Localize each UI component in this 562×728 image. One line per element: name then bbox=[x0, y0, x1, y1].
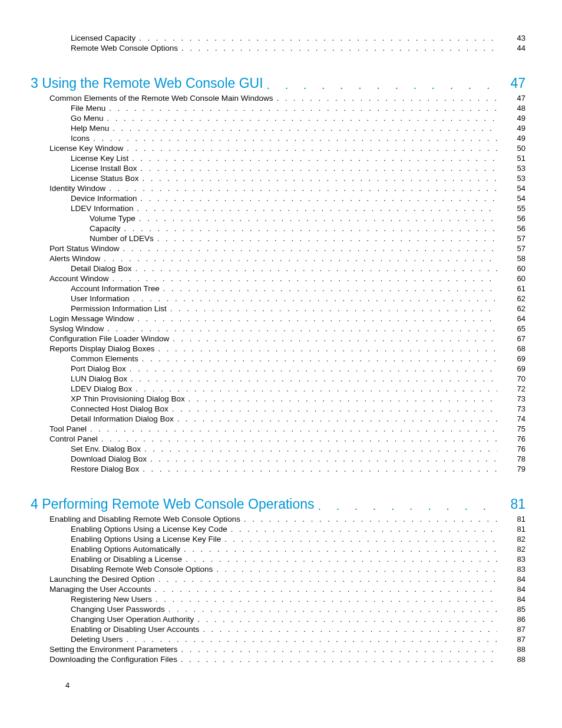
toc-entry-row[interactable]: Licensed Capacity. . . . . . . . . . . .… bbox=[31, 34, 525, 44]
toc-entry-row[interactable]: Downloading the Configuration Files. . .… bbox=[31, 655, 525, 666]
toc-label: Help Menu bbox=[71, 124, 109, 133]
toc-label: Capacity bbox=[90, 225, 121, 233]
toc-entry-row[interactable]: Account Information Tree. . . . . . . . … bbox=[31, 285, 525, 295]
toc-entry-row[interactable]: Changing User Operation Authority. . . .… bbox=[31, 615, 525, 625]
toc-leader: . . . . . . . . . . . . . . . . . . . . … bbox=[109, 275, 497, 282]
toc-entry-row[interactable]: Restore Dialog Box. . . . . . . . . . . … bbox=[31, 465, 525, 475]
toc-leader: . . . . . . . . . . . . . . . . . . . . … bbox=[121, 225, 497, 232]
toc-entry-row[interactable]: Detail Information Dialog Box. . . . . .… bbox=[31, 415, 525, 425]
toc-label: 3 Using the Remote Web Console GUI bbox=[31, 77, 263, 90]
toc-entry-row[interactable]: Connected Host Dialog Box. . . . . . . .… bbox=[31, 405, 525, 415]
toc-chapter-row[interactable]: 3 Using the Remote Web Console GUI. . . … bbox=[31, 77, 525, 92]
toc-entry-row[interactable]: Capacity. . . . . . . . . . . . . . . . … bbox=[31, 225, 525, 235]
toc-page-number: 87 bbox=[497, 625, 525, 633]
toc-chapter-row[interactable]: 4 Performing Remote Web Console Operatio… bbox=[31, 498, 525, 513]
toc-entry-row[interactable]: File Menu. . . . . . . . . . . . . . . .… bbox=[31, 104, 525, 114]
toc-entry-row[interactable]: Set Env. Dialog Box. . . . . . . . . . .… bbox=[31, 445, 525, 455]
toc-entry-row[interactable]: Alerts Window. . . . . . . . . . . . . .… bbox=[31, 255, 525, 265]
toc-label: Port Status Window bbox=[49, 245, 120, 253]
page-number-footer: 4 bbox=[65, 681, 70, 690]
toc-entry-row[interactable]: License Key List. . . . . . . . . . . . … bbox=[31, 154, 525, 164]
toc-page-number: 84 bbox=[497, 585, 525, 593]
toc-label: Syslog Window bbox=[49, 325, 104, 333]
toc-page-number: 54 bbox=[497, 185, 525, 192]
toc-entry-row[interactable]: Changing User Passwords. . . . . . . . .… bbox=[31, 605, 525, 615]
toc-entry-row[interactable]: Common Elements. . . . . . . . . . . . .… bbox=[31, 355, 525, 365]
toc-label: Permission Information List bbox=[71, 305, 167, 313]
toc-entry-row[interactable]: Enabling or Disabling a License. . . . .… bbox=[31, 555, 525, 565]
toc-leader: . . . . . . . . . . . . . . . . . . . . … bbox=[137, 195, 497, 202]
toc-entry-row[interactable]: Enabling or Disabling User Accounts. . .… bbox=[31, 625, 525, 635]
toc-label: Identity Window bbox=[49, 185, 105, 193]
toc-page-number: 62 bbox=[497, 305, 525, 312]
toc-page-number: 53 bbox=[497, 174, 525, 182]
toc-label: License Status Box bbox=[71, 174, 139, 183]
toc-leader: . . . . . . . . . . . . . . . . . . . . … bbox=[141, 445, 497, 453]
toc-entry-row[interactable]: Permission Information List. . . . . . .… bbox=[31, 305, 525, 315]
toc-label: Control Panel bbox=[49, 435, 98, 443]
toc-label: License Install Box bbox=[71, 164, 137, 173]
toc-page-number: 81 bbox=[497, 515, 525, 523]
toc-entry-row[interactable]: Enabling Options Automatically. . . . . … bbox=[31, 545, 525, 555]
toc-entry-row[interactable]: LDEV Information. . . . . . . . . . . . … bbox=[31, 205, 525, 215]
toc-entry-row[interactable]: Launching the Desired Option. . . . . . … bbox=[31, 575, 525, 585]
toc-page-number: 87 bbox=[497, 635, 525, 643]
toc-entry-row[interactable]: Identity Window. . . . . . . . . . . . .… bbox=[31, 185, 525, 195]
toc-entry-row[interactable]: Go Menu. . . . . . . . . . . . . . . . .… bbox=[31, 114, 525, 124]
toc-entry-row[interactable]: Syslog Window. . . . . . . . . . . . . .… bbox=[31, 325, 525, 335]
toc-entry-row[interactable]: Icons. . . . . . . . . . . . . . . . . .… bbox=[31, 134, 525, 144]
toc-entry-row[interactable]: Setting the Environment Parameters. . . … bbox=[31, 645, 525, 655]
toc-page-number: 74 bbox=[497, 415, 525, 423]
toc-entry-row[interactable]: Disabling Remote Web Console Options. . … bbox=[31, 565, 525, 575]
toc-label: LUN Dialog Box bbox=[71, 375, 127, 383]
toc-entry-row[interactable]: Remote Web Console Options. . . . . . . … bbox=[31, 44, 525, 54]
toc-leader: . . . . . . . . . . . . . . . . . . . . … bbox=[105, 104, 497, 112]
toc-leader: . . . . . . . . . . . . . . . . . . . . … bbox=[152, 595, 497, 603]
toc-label: Enabling Options Automatically bbox=[71, 545, 180, 554]
toc-entry-row[interactable]: Detail Dialog Box. . . . . . . . . . . .… bbox=[31, 265, 525, 275]
toc-leader: . . . . . . . . . . . . . . . . . . . . … bbox=[139, 465, 497, 473]
toc-entry-row[interactable]: Port Status Window. . . . . . . . . . . … bbox=[31, 245, 525, 255]
toc-entry-row[interactable]: XP Thin Provisioning Dialog Box. . . . .… bbox=[31, 395, 525, 405]
toc-entry-row[interactable]: Port Dialog Box. . . . . . . . . . . . .… bbox=[31, 365, 525, 375]
toc-entry-row[interactable]: Enabling Options Using a License Key Cod… bbox=[31, 525, 525, 535]
toc-entry-row[interactable]: Number of LDEVs. . . . . . . . . . . . .… bbox=[31, 235, 525, 245]
toc-entry-row[interactable]: License Install Box. . . . . . . . . . .… bbox=[31, 164, 525, 174]
toc-label: Account Window bbox=[49, 275, 109, 283]
toc-entry-row[interactable]: Managing the User Accounts. . . . . . . … bbox=[31, 585, 525, 595]
toc-page-number: 60 bbox=[497, 275, 525, 282]
toc-entry-row[interactable]: LDEV Dialog Box. . . . . . . . . . . . .… bbox=[31, 385, 525, 395]
toc-entry-row[interactable]: Configuration File Loader Window. . . . … bbox=[31, 335, 525, 345]
toc-label: LDEV Information bbox=[71, 205, 134, 213]
toc-leader: . . . . . . . . . . . . . . . . . . . . … bbox=[169, 335, 497, 342]
toc-page-number: 64 bbox=[497, 315, 525, 322]
toc-entry-row[interactable]: Tool Panel. . . . . . . . . . . . . . . … bbox=[31, 425, 525, 435]
toc-page-number: 88 bbox=[497, 645, 525, 653]
toc-entry-row[interactable]: Download Dialog Box. . . . . . . . . . .… bbox=[31, 455, 525, 465]
toc-entry-row[interactable]: License Status Box. . . . . . . . . . . … bbox=[31, 174, 525, 185]
toc-label: Go Menu bbox=[71, 114, 104, 123]
toc-entry-row[interactable]: Help Menu. . . . . . . . . . . . . . . .… bbox=[31, 124, 525, 134]
toc-entry-row[interactable]: Enabling and Disabling Remote Web Consol… bbox=[31, 515, 525, 525]
toc-entry-row[interactable]: Deleting Users. . . . . . . . . . . . . … bbox=[31, 635, 525, 645]
toc-page-number: 70 bbox=[497, 375, 525, 383]
toc-page-number: 88 bbox=[497, 655, 525, 663]
toc-entry-row[interactable]: Registering New Users. . . . . . . . . .… bbox=[31, 595, 525, 605]
toc-entry-row[interactable]: LUN Dialog Box. . . . . . . . . . . . . … bbox=[31, 375, 525, 385]
toc-entry-row[interactable]: Login Message Window. . . . . . . . . . … bbox=[31, 315, 525, 325]
toc-leader: . . . . . . . . . . . . . . . . . . . . … bbox=[147, 455, 497, 463]
toc-page-number: 48 bbox=[497, 104, 525, 112]
toc-entry-row[interactable]: User Information. . . . . . . . . . . . … bbox=[31, 295, 525, 305]
toc-entry-row[interactable]: Volume Type. . . . . . . . . . . . . . .… bbox=[31, 215, 525, 225]
toc-entry-row[interactable]: Control Panel. . . . . . . . . . . . . .… bbox=[31, 435, 525, 445]
toc-entry-row[interactable]: License Key Window. . . . . . . . . . . … bbox=[31, 144, 525, 154]
toc-leader: . . . . . . . . . . . . . . . . . . . . … bbox=[182, 555, 497, 563]
toc-label: Enabling Options Using a License Key Fil… bbox=[71, 535, 221, 543]
toc-page-number: 54 bbox=[497, 195, 525, 202]
toc-entry-row[interactable]: Account Window. . . . . . . . . . . . . … bbox=[31, 275, 525, 285]
toc-entry-row[interactable]: Reports Display Dialog Boxes. . . . . . … bbox=[31, 345, 525, 355]
toc-entry-row[interactable]: Device Information. . . . . . . . . . . … bbox=[31, 195, 525, 205]
toc-label: Volume Type bbox=[90, 215, 135, 223]
toc-entry-row[interactable]: Enabling Options Using a License Key Fil… bbox=[31, 535, 525, 545]
toc-entry-row[interactable]: Common Elements of the Remote Web Consol… bbox=[31, 94, 525, 104]
